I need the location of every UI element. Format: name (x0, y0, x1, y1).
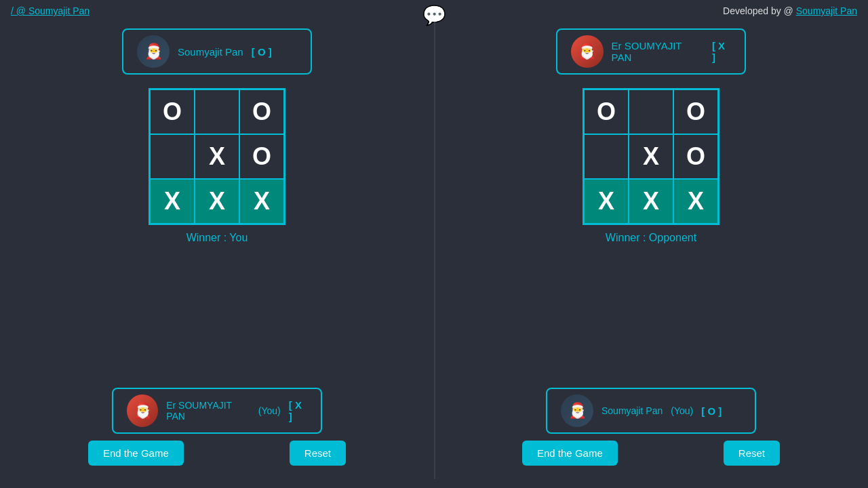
cell-1-0[interactable] (150, 134, 195, 179)
left-button-row: End the Game Reset (88, 441, 346, 472)
cell-2-2[interactable]: X (673, 179, 718, 224)
left-panel: 🎅 Soumyajit Pan [ O ] OOXOXXX Winner : Y… (0, 22, 434, 479)
left-end-button[interactable]: End the Game (88, 441, 184, 466)
right-bottom-player-name: Soumyajit Pan (601, 405, 663, 416)
left-top-player-symbol: [ O ] (252, 46, 272, 58)
cell-1-2[interactable]: O (673, 134, 718, 179)
right-board[interactable]: OOXOXXX (583, 88, 719, 225)
right-bottom-player-suffix: (You) (671, 405, 693, 416)
cell-0-1[interactable] (195, 89, 239, 134)
right-reset-button[interactable]: Reset (724, 441, 780, 466)
cell-2-1[interactable]: X (629, 179, 673, 224)
right-top-player-symbol: [ X ] (712, 40, 731, 63)
cell-2-0[interactable]: X (584, 179, 629, 224)
main-content: 🎅 Soumyajit Pan [ O ] OOXOXXX Winner : Y… (0, 22, 868, 479)
cell-1-0[interactable] (584, 134, 629, 179)
cell-1-1[interactable]: X (629, 134, 673, 179)
right-button-row: End the Game Reset (522, 441, 780, 472)
developer-link[interactable]: Soumyajit Pan (796, 5, 857, 16)
right-top-avatar: 🎅 (571, 35, 604, 68)
right-end-button[interactable]: End the Game (522, 441, 618, 466)
cell-0-0[interactable]: O (150, 89, 195, 134)
left-bottom-player-symbol: [ X ] (289, 399, 307, 422)
left-bottom-player-suffix: (You) (258, 405, 281, 416)
right-bottom-avatar: 🎅 (561, 394, 593, 427)
cell-2-0[interactable]: X (150, 179, 195, 224)
cell-1-2[interactable]: O (239, 134, 284, 179)
left-bottom-player-card: 🎅 Er SOUMYAJIT PAN (You) [ X ] (112, 388, 322, 434)
right-winner-text: Winner : Opponent (606, 232, 696, 244)
cell-0-0[interactable]: O (584, 89, 629, 134)
left-top-avatar: 🎅 (137, 35, 170, 68)
left-board[interactable]: OOXOXXX (149, 88, 285, 225)
cell-0-1[interactable] (629, 89, 673, 134)
right-top-player-card: 🎅 Er SOUMYAJIT PAN [ X ] (556, 28, 746, 75)
left-top-player-card: 🎅 Soumyajit Pan [ O ] (122, 28, 312, 75)
right-top-player-name: Er SOUMYAJIT PAN (612, 40, 704, 63)
right-bottom-player-card: 🎅 Soumyajit Pan (You) [ O ] (546, 388, 756, 434)
right-bottom-player-symbol: [ O ] (701, 405, 722, 417)
left-reset-button[interactable]: Reset (290, 441, 346, 466)
left-bottom-player-name: Er SOUMYAJIT PAN (166, 400, 250, 422)
top-bar: / @ Soumyajit Pan 💬 Developed by @ Soumy… (0, 0, 868, 22)
left-bottom-section: 🎅 Er SOUMYAJIT PAN (You) [ X ] End the G… (14, 388, 420, 472)
left-bottom-avatar: 🎅 (127, 394, 158, 427)
right-panel: 🎅 Er SOUMYAJIT PAN [ X ] OOXOXXX Winner … (434, 22, 868, 479)
cell-2-2[interactable]: X (239, 179, 284, 224)
cell-2-1[interactable]: X (195, 179, 239, 224)
left-top-player-name: Soumyajit Pan (178, 46, 243, 58)
cell-1-1[interactable]: X (195, 134, 239, 179)
cell-0-2[interactable]: O (239, 89, 284, 134)
left-winner-text: Winner : You (186, 232, 248, 244)
top-bar-right-text: Developed by @ Soumyajit Pan (723, 5, 857, 16)
top-bar-left-link[interactable]: / @ Soumyajit Pan (11, 5, 90, 16)
cell-0-2[interactable]: O (673, 89, 718, 134)
right-bottom-section: 🎅 Soumyajit Pan (You) [ O ] End the Game… (448, 388, 854, 472)
